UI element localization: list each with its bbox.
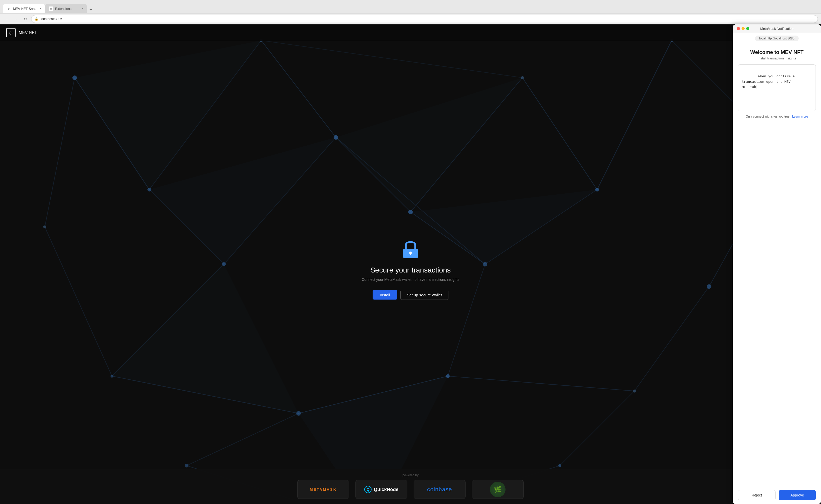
partner-other: 🌿 <box>472 480 524 499</box>
traffic-lights <box>737 27 749 30</box>
hero-subtitle: Connect your MetaMask wallet, to have tr… <box>362 277 459 282</box>
svg-line-38 <box>634 287 709 391</box>
tab-close-btn[interactable]: ✕ <box>38 6 43 11</box>
mm-message-box: When you confirm a transaction open the … <box>738 64 816 111</box>
tab-mev-nft[interactable]: ◇ MEV NFT Snap ✕ <box>3 4 45 13</box>
main-footer: powered by METAMASK Q QuickNode coinbase… <box>0 469 821 504</box>
forward-button[interactable]: → <box>12 15 20 23</box>
learn-more-link[interactable]: Learn more <box>792 115 808 118</box>
close-traffic-light[interactable] <box>737 27 740 30</box>
approve-button[interactable]: Approve <box>779 490 816 500</box>
svg-rect-55 <box>410 253 411 255</box>
mm-title-bar: MetaMask Notification <box>733 24 821 33</box>
app-header: ◇ MEV NFT <box>0 24 821 41</box>
maximize-traffic-light[interactable] <box>746 27 749 30</box>
powered-by-text: powered by <box>6 473 815 477</box>
reject-button[interactable]: Reject <box>738 490 776 500</box>
mm-welcome-title: Welcome to MEV NFT <box>738 49 816 55</box>
quicknode-logo: Q QuickNode <box>364 486 398 493</box>
svg-line-27 <box>523 78 597 189</box>
setup-wallet-button[interactable]: Set up secure wallet <box>400 290 449 300</box>
mm-welcome-subtitle: Install transaction insights <box>738 56 816 60</box>
browser-nav: ← → ↻ 🔒 localhost:3006 <box>0 13 821 24</box>
partner-metamask: METAMASK <box>297 480 349 499</box>
tab-favicon: ◇ <box>7 6 11 11</box>
mm-url-text: local:http://localhost:8080 <box>755 36 798 41</box>
partner-coinbase: coinbase <box>414 480 466 499</box>
svg-line-37 <box>448 376 635 391</box>
lock-icon: 🔒 <box>35 17 38 21</box>
browser-tabs: ◇ MEV NFT Snap ✕ ⚙ Extensions ✕ + <box>3 0 818 13</box>
metamask-logo-text: METAMASK <box>310 487 337 492</box>
tab-extensions[interactable]: ⚙ Extensions ✕ <box>45 4 87 13</box>
back-button[interactable]: ← <box>3 15 10 23</box>
svg-line-45 <box>261 40 523 78</box>
svg-line-30 <box>597 40 672 190</box>
install-button[interactable]: Install <box>372 290 397 300</box>
svg-marker-49 <box>336 78 523 212</box>
svg-line-39 <box>45 78 74 227</box>
extensions-favicon: ⚙ <box>49 6 53 11</box>
svg-line-40 <box>45 227 112 376</box>
tab-label: MEV NFT Snap <box>13 7 37 11</box>
metamask-panel: MetaMask Notification local:http://local… <box>733 24 821 504</box>
mm-body: Welcome to MEV NFT Install transaction i… <box>733 44 821 486</box>
svg-line-41 <box>187 413 298 466</box>
minimize-traffic-light[interactable] <box>742 27 745 30</box>
quicknode-icon: Q <box>364 486 371 493</box>
app-title: MEV NFT <box>19 30 37 35</box>
other-partner-logo: 🌿 <box>490 482 506 497</box>
new-tab-button[interactable]: + <box>87 6 94 13</box>
mm-url-bar: local:http://localhost:8080 <box>733 33 821 44</box>
app-logo: ◇ <box>6 28 16 37</box>
mm-message-text: When you confirm a transaction open the … <box>742 74 795 89</box>
mm-trust-text: Only connect with sites you trust. Learn… <box>738 115 816 118</box>
quicknode-text: QuickNode <box>373 487 398 492</box>
svg-line-22 <box>261 40 336 138</box>
hero-title: Secure your transactions <box>362 266 459 274</box>
partner-logos: METAMASK Q QuickNode coinbase 🌿 <box>6 480 815 499</box>
partner-quicknode: Q QuickNode <box>355 480 407 499</box>
hero-section: Secure your transactions Connect your Me… <box>362 239 459 300</box>
mm-footer: Reject Approve <box>733 486 821 504</box>
svg-marker-48 <box>149 137 336 264</box>
svg-line-44 <box>560 391 634 466</box>
refresh-button[interactable]: ↻ <box>22 15 29 23</box>
coinbase-logo-text: coinbase <box>427 486 452 493</box>
tab-extensions-close[interactable]: ✕ <box>80 6 85 11</box>
lock-hero-icon <box>400 239 421 260</box>
app-layout: ◇ MEV NFT Secure your transactions Conne… <box>0 24 821 504</box>
svg-marker-51 <box>112 264 298 413</box>
address-text: localhost:3006 <box>40 17 62 21</box>
address-bar[interactable]: 🔒 localhost:3006 <box>31 15 818 23</box>
mm-cursor <box>757 85 757 89</box>
mm-title: MetaMask Notification <box>760 27 793 31</box>
main-content: ◇ MEV NFT Secure your transactions Conne… <box>0 24 821 504</box>
tab-extensions-label: Extensions <box>55 7 72 11</box>
hero-buttons: Install Set up secure wallet <box>362 290 459 300</box>
browser-chrome: ◇ MEV NFT Snap ✕ ⚙ Extensions ✕ + <box>0 0 821 13</box>
